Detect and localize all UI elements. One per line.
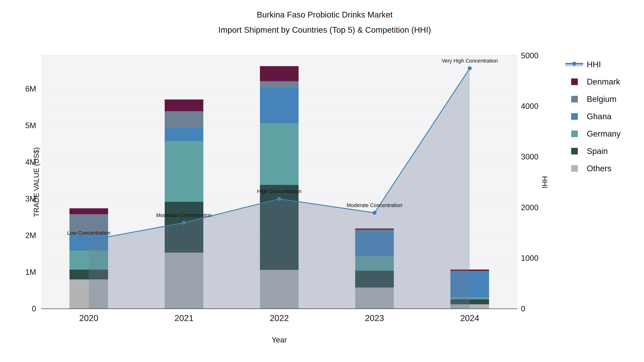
left-tick-4M: 4M: [9, 158, 36, 166]
hhi-marker-2020[interactable]: [87, 239, 91, 242]
bar-segment-2022-ghana[interactable]: [260, 87, 298, 123]
legend: HHI Denmark Belgium Ghana Germany Spain …: [565, 60, 620, 173]
right-tick-1000: 1000: [521, 254, 560, 262]
hhi-marker-2021[interactable]: [182, 221, 186, 225]
right-tick-4000: 4000: [521, 102, 560, 110]
legend-item-others[interactable]: Others: [565, 164, 620, 173]
germany-swatch-icon: [565, 129, 585, 138]
x-tick-2020: 2020: [69, 314, 108, 323]
legend-item-belgium[interactable]: Belgium: [565, 95, 620, 103]
legend-item-denmark[interactable]: Denmark: [565, 77, 620, 86]
annotation-2023: Moderate Concentration: [347, 202, 402, 208]
others-swatch-icon: [565, 164, 585, 173]
bar-segment-2021-belgium[interactable]: [165, 111, 204, 128]
bar-segment-2022-belgium[interactable]: [260, 81, 298, 87]
chart-title-line1: Burkina Faso Probiotic Drinks Market: [110, 10, 539, 19]
x-axis-title: Year: [244, 336, 315, 344]
annotation-2022: High Concentration: [257, 188, 302, 194]
right-tick-5000: 5000: [521, 52, 560, 59]
legend-label: Spain: [587, 146, 608, 156]
legend-label: Belgium: [587, 94, 616, 104]
right-tick-2000: 2000: [521, 204, 560, 212]
right-tick-0: 0: [521, 305, 560, 313]
left-tick-5M: 5M: [9, 122, 36, 129]
denmark-swatch-icon: [565, 77, 585, 86]
bar-segment-2022-germany[interactable]: [260, 123, 298, 185]
annotation-2024: Very High Concentration: [442, 58, 498, 64]
left-tick-3M: 3M: [9, 195, 36, 203]
left-tick-6M: 6M: [9, 85, 36, 93]
x-tick-2024: 2024: [450, 314, 490, 323]
legend-item-spain[interactable]: Spain: [565, 147, 620, 155]
legend-item-hhi[interactable]: HHI: [565, 60, 620, 69]
bar-segment-2020-denmark[interactable]: [70, 208, 108, 214]
legend-label: Germany: [587, 129, 620, 139]
legend-label: Ghana: [587, 112, 612, 121]
legend-label: Denmark: [587, 77, 620, 86]
bar-segment-2021-denmark[interactable]: [165, 99, 204, 111]
ghana-swatch-icon: [565, 112, 585, 121]
x-tick-2021: 2021: [164, 314, 204, 323]
annotation-2020: Low Concentration: [67, 230, 110, 236]
bar-segment-2022-denmark[interactable]: [260, 66, 298, 81]
chart-canvas: Low ConcentrationModerate ConcentrationH…: [0, 0, 644, 362]
legend-item-germany[interactable]: Germany: [565, 129, 620, 138]
x-tick-2023: 2023: [355, 314, 394, 323]
left-tick-2M: 2M: [9, 232, 36, 239]
bar-segment-2021-ghana[interactable]: [165, 128, 204, 141]
bar-segment-2021-germany[interactable]: [165, 141, 204, 202]
hhi-marker-2022[interactable]: [277, 197, 281, 201]
x-tick-2022: 2022: [260, 314, 299, 323]
belgium-swatch-icon: [565, 95, 585, 103]
hhi-marker-2023[interactable]: [372, 211, 376, 215]
legend-label: Others: [587, 164, 612, 173]
hhi-line-sample-icon: [565, 60, 585, 69]
right-tick-3000: 3000: [521, 153, 560, 161]
left-tick-0: 0: [9, 305, 36, 313]
chart-title-line2: Import Shipment by Countries (Top 5) & C…: [110, 25, 539, 35]
legend-label: HHI: [587, 59, 601, 69]
hhi-marker-2024[interactable]: [468, 66, 472, 70]
legend-item-ghana[interactable]: Ghana: [565, 112, 620, 121]
annotation-2021: Moderate Concentration: [156, 212, 212, 218]
right-axis-title: HHI: [540, 176, 549, 188]
spain-swatch-icon: [565, 147, 585, 155]
left-tick-1M: 1M: [9, 268, 36, 276]
